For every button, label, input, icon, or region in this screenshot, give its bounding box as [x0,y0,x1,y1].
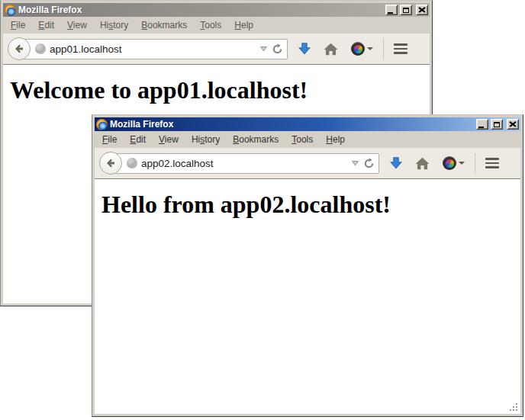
titlebar[interactable]: Mozilla Firefox [95,117,520,131]
maximize-icon [403,8,409,13]
minimize-button[interactable] [385,5,398,15]
titlebar[interactable]: Mozilla Firefox [3,3,430,17]
chevron-down-icon [367,47,373,50]
home-button[interactable] [415,157,430,170]
menu-bookmarks[interactable]: Bookmarks [233,134,279,145]
menu-view[interactable]: View [67,20,87,30]
color-wheel-addon-button[interactable] [351,42,373,56]
menu-bookmarks[interactable]: Bookmarks [141,20,187,30]
close-icon [419,8,425,13]
download-button[interactable] [389,156,403,170]
reload-icon[interactable] [363,158,375,169]
page-heading: Hello from app02.localhost! [101,191,520,219]
close-button[interactable] [416,5,428,15]
download-button[interactable] [298,42,311,56]
menu-tools[interactable]: Tools [291,134,313,145]
url-text[interactable]: app01.localhost [50,43,256,55]
open-menu-button[interactable] [485,158,499,168]
color-wheel-icon [351,42,365,56]
firefox-logo-icon [5,5,16,16]
page-heading: Welcome to app01.localhost! [10,76,430,104]
toolbar-separator [383,39,384,59]
site-identity-globe-icon[interactable] [35,43,46,54]
color-wheel-addon-button[interactable] [443,156,465,170]
maximize-button[interactable] [400,5,412,15]
menu-help[interactable]: Help [326,134,345,145]
minimize-icon [478,127,484,128]
url-bar[interactable]: app02.localhost [111,153,379,174]
menu-bar: File Edit View History Bookmarks Tools H… [3,17,430,34]
chevron-down-icon [459,162,465,165]
back-arrow-icon [105,157,117,169]
resize-grip[interactable] [508,402,518,412]
hamburger-icon [485,158,499,160]
maximize-button[interactable] [491,119,503,130]
site-identity-globe-icon[interactable] [127,158,137,168]
menu-file[interactable]: File [11,20,25,30]
back-button[interactable] [99,152,122,175]
maximize-icon [494,122,500,127]
menu-history[interactable]: History [100,20,128,30]
window-title: Mozilla Firefox [18,5,383,15]
toolbar-separator [475,153,475,173]
urlbar-dropdown-icon[interactable] [351,159,359,167]
minimize-button[interactable] [476,119,488,130]
navigation-toolbar: app01.localhost [3,34,430,65]
url-bar[interactable]: app01.localhost [19,39,288,59]
back-button[interactable] [8,37,31,60]
menu-help[interactable]: Help [234,20,253,30]
url-text[interactable]: app02.localhost [141,158,347,169]
close-button[interactable] [507,119,519,130]
reload-icon[interactable] [272,43,283,55]
browser-window-app02[interactable]: Mozilla Firefox File Edit View History B… [92,114,523,417]
window-title: Mozilla Firefox [110,119,474,130]
home-button[interactable] [324,43,338,56]
menu-view[interactable]: View [159,134,179,145]
open-menu-button[interactable] [394,43,407,54]
firefox-logo-icon [96,119,108,130]
menu-file[interactable]: File [102,134,117,145]
menu-tools[interactable]: Tools [200,20,221,30]
menu-bar: File Edit View History Bookmarks Tools H… [95,131,520,148]
menu-edit[interactable]: Edit [130,134,146,145]
urlbar-dropdown-icon[interactable] [259,45,268,53]
menu-history[interactable]: History [192,134,220,145]
minimize-icon [388,12,393,14]
back-arrow-icon [13,43,25,55]
close-icon [510,122,516,127]
navigation-toolbar: app02.localhost [95,148,520,179]
page-content: Hello from app02.localhost! [95,179,520,414]
menu-edit[interactable]: Edit [38,20,54,30]
color-wheel-icon [443,156,456,170]
hamburger-icon [394,43,407,46]
